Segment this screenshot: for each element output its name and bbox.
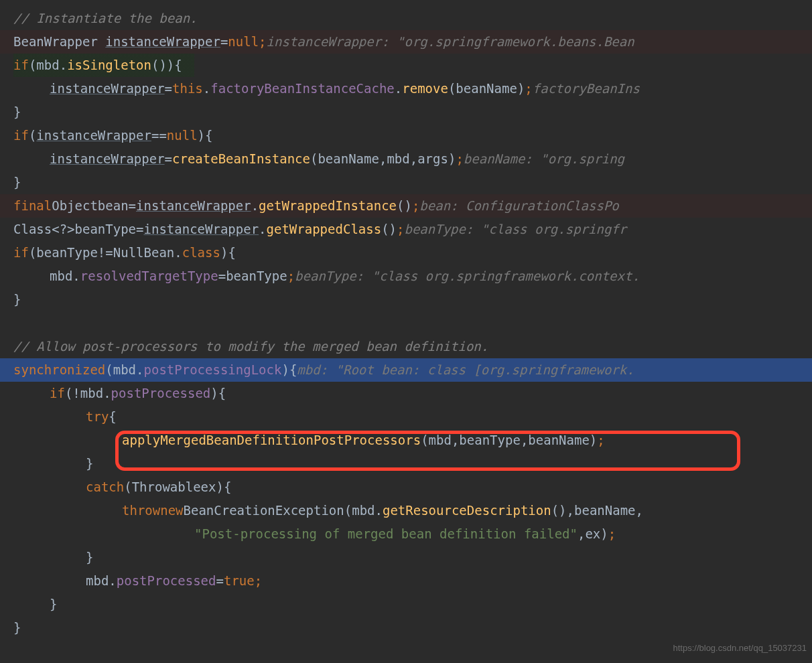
current-execution-line: synchronized ( mbd . postProcessingLock … <box>0 358 812 382</box>
type: BeanWrapper <box>13 30 98 54</box>
debug-inlay: mbd: "Root bean: class [org.springframew… <box>297 358 634 382</box>
code-line: Class <?> beanType = instanceWrapper . g… <box>13 218 812 241</box>
code-line: try { <box>13 405 812 429</box>
debug-inlay: beanType: "class org.springfr <box>404 218 626 241</box>
code-line: if ( mbd . isSingleton ()) { <box>13 54 812 77</box>
code-line: } <box>13 593 812 616</box>
code-editor[interactable]: // Instantiate the bean. BeanWrapper ins… <box>0 0 812 640</box>
code-line: } <box>13 100 812 124</box>
debug-inlay: bean: ConfigurationClassPo <box>419 194 618 218</box>
code-line: "Post-processing of merged bean definiti… <box>13 522 812 546</box>
code-line: mbd . resolvedTargetType = beanType ; be… <box>13 265 812 288</box>
highlighted-call: applyMergedBeanDefinitionPostProcessors … <box>13 429 812 452</box>
code-line: } <box>13 171 812 194</box>
code-line: // Allow post-processors to modify the m… <box>13 335 812 358</box>
code-line: instanceWrapper = this . factoryBeanInst… <box>13 77 812 100</box>
watermark: https://blog.csdn.net/qq_15037231 <box>673 636 807 660</box>
variable: instanceWrapper <box>105 30 220 54</box>
code-line: } <box>13 546 812 569</box>
debug-inlay: beanName: "org.spring <box>464 147 624 171</box>
code-line: throw new BeanCreationException ( mbd . … <box>13 499 812 522</box>
code-line: if ( ! mbd . postProcessed ) { <box>13 382 812 405</box>
code-line: // Instantiate the bean. <box>13 7 812 30</box>
code-line: if ( instanceWrapper == null ) { <box>13 124 812 147</box>
code-line: mbd . postProcessed = true ; <box>13 569 812 593</box>
code-line: BeanWrapper instanceWrapper = null ; ins… <box>0 30 812 54</box>
code-line: } <box>13 288 812 311</box>
code-line: if ( beanType != NullBean . class ) { <box>13 241 812 265</box>
comment: // Allow post-processors to modify the m… <box>13 335 488 358</box>
code-line: } <box>13 452 812 475</box>
code-line <box>13 311 812 335</box>
debug-inlay: beanType: "class org.springframework.con… <box>295 265 640 288</box>
code-line: catch ( Throwable ex ) { <box>13 475 812 499</box>
debug-inlay: instanceWrapper: "org.springframework.be… <box>267 30 634 54</box>
comment: // Instantiate the bean. <box>13 7 198 30</box>
code-line: final Object bean = instanceWrapper . ge… <box>0 194 812 218</box>
debug-inlay: factoryBeanIns <box>533 77 640 100</box>
code-line: instanceWrapper = createBeanInstance ( b… <box>13 147 812 171</box>
